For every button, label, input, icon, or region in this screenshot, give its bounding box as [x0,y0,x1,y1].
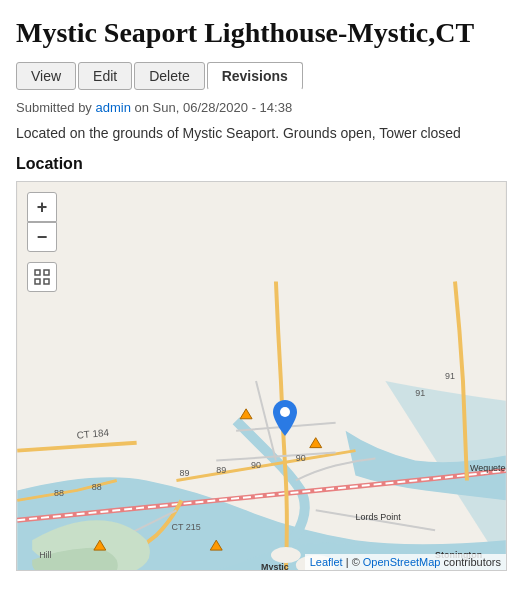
svg-text:91: 91 [415,387,425,397]
svg-text:90: 90 [296,452,306,462]
svg-text:88: 88 [54,488,64,498]
tab-view[interactable]: View [16,62,76,90]
svg-text:Wequetequock: Wequetequock [470,462,506,472]
svg-text:Lords Point: Lords Point [356,512,402,522]
author-link[interactable]: admin [96,100,131,115]
svg-text:90: 90 [251,459,261,469]
submitted-line: Submitted by admin on Sun, 06/28/2020 - … [16,100,507,115]
svg-text:88: 88 [92,482,102,492]
svg-text:91: 91 [445,371,455,381]
description: Located on the grounds of Mystic Seaport… [16,125,507,141]
svg-point-33 [280,407,290,417]
svg-rect-32 [44,279,49,284]
page-title: Mystic Seaport Lighthouse-Mystic,CT [16,16,507,50]
zoom-in-button[interactable]: + [27,192,57,222]
svg-text:89: 89 [216,465,226,475]
submitted-date: on Sun, 06/28/2020 - 14:38 [131,100,292,115]
tab-bar: View Edit Delete Revisions [16,62,507,90]
fullscreen-button[interactable] [27,262,57,292]
svg-rect-29 [35,270,40,275]
tab-revisions[interactable]: Revisions [207,62,303,90]
svg-text:89: 89 [179,468,189,478]
svg-text:Mystic: Mystic [261,562,289,570]
svg-rect-30 [44,270,49,275]
zoom-out-button[interactable]: − [27,222,57,252]
osm-link[interactable]: OpenStreetMap [363,556,441,568]
svg-text:Hill: Hill [39,550,51,560]
map[interactable]: CT 184 89 89 90 90 88 88 91 91 CT 215 Hi… [16,181,507,571]
location-label: Location [16,155,507,173]
svg-text:CT 215: CT 215 [171,522,200,532]
attribution-suffix: contributors [440,556,501,568]
tab-delete[interactable]: Delete [134,62,204,90]
submitted-prefix: Submitted by [16,100,96,115]
tab-edit[interactable]: Edit [78,62,132,90]
leaflet-link[interactable]: Leaflet [310,556,343,568]
svg-point-27 [271,547,301,563]
map-zoom-controls: + − [27,192,57,252]
svg-rect-31 [35,279,40,284]
attribution-sep: | © [343,556,363,568]
map-marker[interactable] [273,400,297,440]
map-attribution: Leaflet | © OpenStreetMap contributors [305,554,506,570]
